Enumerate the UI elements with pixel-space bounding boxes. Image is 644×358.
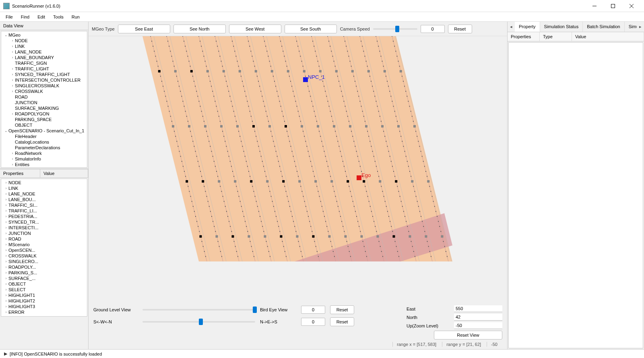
tree-item[interactable]: ›HIGHLIGHT1 [1,292,87,298]
bird-eye-reset-button[interactable]: Reset [330,305,354,314]
caret-icon[interactable]: › [10,39,15,43]
tree-item[interactable]: ›OpenSCEN... [1,247,87,253]
tree-item[interactable]: ›LANE_NODE [1,49,87,55]
tree-item[interactable]: ›INTERSECTION_CONTROLLER [1,77,87,83]
tree-item[interactable]: ›JUNCTION [1,230,87,236]
menu-file[interactable]: File [2,13,17,21]
caret-icon[interactable]: › [4,282,8,286]
caret-icon[interactable]: › [4,192,8,196]
caret-icon[interactable]: ⌄ [4,33,8,37]
caret-icon[interactable]: › [10,50,15,54]
caret-icon[interactable]: › [10,157,15,161]
tree-item[interactable]: ›CROSSWALK [1,253,87,259]
tree-item[interactable]: JUNCTION [1,100,87,105]
tree-item[interactable]: SURFACE_MARKING [1,105,87,111]
close-button[interactable] [622,0,641,12]
tree-item[interactable]: ›ERROR [1,309,87,315]
properties-tree[interactable]: ›NODE›LINK›LANE_NODE›LANE_BOU...›TRAFFIC… [1,179,87,317]
caret-icon[interactable]: › [10,84,15,88]
tab-property[interactable]: Property [515,22,540,32]
see-south-button[interactable]: See South [285,25,337,33]
camera-reset-button[interactable]: Reset [448,25,472,33]
caret-icon[interactable]: › [4,254,8,258]
data-view-tree[interactable]: ⌄MGeo›NODE›LINK›LANE_NODE›LANE_BOUNDARYT… [1,31,87,168]
tree-item[interactable]: ›NODE [1,38,87,43]
play-icon[interactable]: ▶ [4,351,7,356]
tab-simulation-status[interactable]: Simulation Status [540,22,583,32]
tree-item[interactable]: ›HIGHLIGHT2 [1,298,87,304]
npc-marker[interactable] [303,77,308,82]
tree-item[interactable]: ›MScenario [1,242,87,247]
heading-reset-button[interactable]: Reset [330,317,354,326]
tree-item[interactable]: ›ROAD [1,236,87,242]
ground-level-slider[interactable] [142,309,255,311]
tree-item[interactable]: ›INTERSECTI... [1,225,87,230]
caret-icon[interactable]: › [10,44,15,48]
tree-item[interactable]: ›OBJECT [1,281,87,287]
tree-item[interactable]: ›SYNCED_TRAFFIC_LIGHT [1,72,87,77]
caret-icon[interactable]: › [10,163,15,167]
minimize-button[interactable] [585,0,604,12]
caret-icon[interactable]: › [4,226,8,230]
caret-icon[interactable]: › [10,89,15,93]
tree-item[interactable]: ›TRAFFIC_LI... [1,208,87,214]
heading-slider[interactable] [142,321,255,323]
maximize-button[interactable] [604,0,622,12]
tree-item[interactable]: ›CROSSWALK [1,88,87,94]
tree-item[interactable]: ›TRAFFIC_LIGHT [1,66,87,72]
tree-item[interactable]: ›RoadNetwork [1,150,87,156]
tree-item[interactable]: ›SimulatorInfo [1,156,87,162]
tree-item[interactable]: ›HIGHLIGHT3 [1,304,87,309]
tree-item[interactable]: ›SURFACE_... [1,276,87,281]
tree-item[interactable]: ›PEDESTRIA... [1,214,87,219]
caret-icon[interactable]: › [4,198,8,202]
tree-item[interactable]: ›ROADPOLY... [1,264,87,270]
caret-icon[interactable]: › [4,259,8,263]
see-east-button[interactable]: See East [118,25,170,33]
tree-item[interactable]: ›PARKING_S... [1,270,87,276]
caret-icon[interactable]: › [4,186,8,190]
up-input[interactable] [454,322,502,329]
caret-icon[interactable]: › [4,288,8,292]
tree-item[interactable]: ›SINGLECROSSWALK [1,83,87,88]
caret-icon[interactable]: › [10,78,15,82]
caret-icon[interactable]: › [4,181,8,185]
caret-icon[interactable]: › [4,203,8,207]
heading-value[interactable]: 0 [301,318,325,326]
caret-icon[interactable]: › [10,151,15,155]
menu-tools[interactable]: Tools [49,13,68,21]
north-input[interactable] [454,314,502,321]
menu-run[interactable]: Run [68,13,84,21]
tree-item[interactable]: ParameterDeclarations [1,145,87,150]
tree-item[interactable]: ›NODE [1,180,87,185]
caret-icon[interactable]: › [4,271,8,275]
ground-level-thumb[interactable] [253,307,257,313]
caret-icon[interactable]: › [4,310,8,314]
caret-icon[interactable]: › [4,209,8,213]
heading-thumb[interactable] [199,319,203,325]
caret-icon[interactable]: › [4,243,8,247]
tree-item[interactable]: ›SELECT [1,287,87,292]
tree-item[interactable]: ›LANE_BOUNDARY [1,55,87,60]
tab-batch-simulation[interactable]: Batch Simulation [583,22,625,32]
tree-item[interactable]: OBJECT [1,122,87,128]
tab-scroll-left-icon[interactable]: ◂ [508,23,515,31]
east-input[interactable] [454,305,502,312]
map-canvas[interactable]: NPC_1 Ego [90,36,506,302]
tree-item[interactable]: ›SYNCED_TR... [1,219,87,225]
tree-item[interactable]: FileHeader [1,134,87,139]
tree-item[interactable]: ›Entities [1,162,87,167]
caret-icon[interactable]: › [4,248,8,252]
tab-scroll-right-icon[interactable]: ▸ [637,23,644,31]
caret-icon[interactable]: › [4,220,8,224]
caret-icon[interactable]: › [10,72,15,76]
camera-speed-slider[interactable] [373,28,417,30]
caret-icon[interactable]: ⌄ [4,129,8,133]
caret-icon[interactable]: › [10,56,15,60]
caret-icon[interactable]: › [4,305,8,309]
tree-item[interactable]: ›LANE_BOU... [1,197,87,202]
menu-find[interactable]: Find [17,13,33,21]
reset-view-button[interactable]: Reset View [434,331,502,339]
see-west-button[interactable]: See West [229,25,281,33]
tree-item[interactable]: ›LINK [1,185,87,191]
